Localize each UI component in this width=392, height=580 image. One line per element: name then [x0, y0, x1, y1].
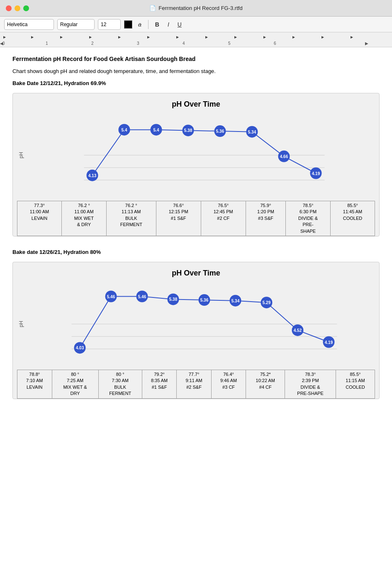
minimize-button[interactable] — [15, 5, 20, 11]
svg-text:▶: ▶ — [263, 35, 266, 39]
svg-text:▶: ▶ — [3, 35, 6, 39]
svg-text:5.4: 5.4 — [153, 128, 159, 132]
svg-text:5.34: 5.34 — [231, 299, 240, 303]
svg-text:◀: ◀ — [0, 41, 3, 46]
svg-text:4.19: 4.19 — [312, 171, 320, 176]
font-size-select[interactable]: 12 — [98, 19, 121, 30]
font-style-select[interactable]: Regular — [57, 19, 95, 30]
window-title: 📄 Ferrmentation pH Record FG-3.rtfd — [149, 5, 242, 11]
svg-text:▶: ▶ — [176, 35, 179, 39]
svg-text:▶: ▶ — [351, 35, 353, 39]
title-bar: 📄 Ferrmentation pH Record FG-3.rtfd — [0, 0, 392, 17]
svg-text:▶: ▶ — [321, 35, 324, 39]
svg-text:5.36: 5.36 — [200, 298, 209, 302]
table-cell: 78.5°6:30 PMDIVIDE &PRE-SHAPE — [286, 201, 331, 236]
maximize-button[interactable] — [23, 5, 29, 11]
svg-text:▶: ▶ — [31, 35, 34, 39]
chart2-ph-label: pH — [18, 321, 24, 327]
svg-text:4.13: 4.13 — [88, 173, 97, 178]
table-cell: 80 °7:30 AMBULKFERMENT — [98, 370, 142, 398]
bake1-label: Bake Date 12/12/21, Hydration 69.9% — [12, 80, 380, 86]
strikethrough-button[interactable]: a — [136, 20, 144, 29]
table-cell: 85.5°11:15 AMCOOLED — [336, 370, 375, 398]
svg-text:5.29: 5.29 — [263, 300, 271, 305]
svg-text:▶: ▶ — [89, 35, 92, 39]
svg-text:4.19: 4.19 — [325, 340, 333, 344]
table-cell: 76.2 °11:13 AMBULKFERMENT — [106, 201, 156, 236]
svg-text:4.52: 4.52 — [294, 328, 302, 333]
table-cell: 85.5°11:45 AMCOOLED — [331, 201, 375, 236]
underline-button[interactable]: U — [175, 20, 184, 29]
bold-button[interactable]: B — [153, 20, 162, 29]
svg-text:4.03: 4.03 — [76, 346, 84, 350]
chart1-table: 77.3°11:00 AMLEVAIN 76.2 °11:00 AMMIX WE… — [17, 201, 375, 236]
chart1-svg: 4.13 5.4 5.4 5.38 5.36 5.34 4.66 4.19 — [25, 114, 375, 197]
document-content: Ferrmentation pH Record for Food Geek Ar… — [0, 47, 392, 580]
svg-text:2: 2 — [91, 41, 94, 46]
table-cell: 76.6°12:15 PM#1 S&F — [156, 201, 201, 236]
bake2-label: Bake date 12/26/21, Hydration 80% — [12, 249, 380, 255]
svg-text:5.46: 5.46 — [138, 294, 146, 299]
color-swatch[interactable] — [124, 20, 132, 29]
svg-text:5.46: 5.46 — [107, 294, 115, 299]
chart2-area: pH 4.03 5.46 — [17, 283, 375, 366]
svg-text:4: 4 — [183, 41, 185, 46]
svg-text:1: 1 — [46, 41, 48, 46]
table-cell: 76.4°9:46 AM#3 CF — [211, 370, 246, 398]
svg-text:6: 6 — [274, 41, 276, 46]
chart1-container: pH Over Time pH 4.13 — [12, 93, 380, 236]
chart2-title: pH Over Time — [17, 269, 375, 278]
svg-text:3: 3 — [137, 41, 139, 46]
table-cell: 75.9°1:20 PM#3 S&F — [246, 201, 285, 236]
chart2-svg: 4.03 5.46 5.46 5.38 5.36 5.34 5.29 4.52 … — [25, 283, 375, 366]
table-cell: 75.2*10:22 AM#4 CF — [246, 370, 285, 398]
table-cell: 77.3°11:00 AMLEVAIN — [17, 201, 62, 236]
svg-text:5.38: 5.38 — [169, 297, 178, 302]
svg-text:▶: ▶ — [234, 35, 237, 39]
svg-text:▶: ▶ — [147, 35, 150, 39]
table-cell: 76.2 °11:00 AMMIX WET& DRY — [61, 201, 106, 236]
svg-text:4.66: 4.66 — [280, 154, 288, 159]
svg-text:5.34: 5.34 — [248, 130, 256, 134]
svg-text:5: 5 — [228, 41, 231, 46]
table-cell: 79.2°8:35 AM#1 S&F — [142, 370, 177, 398]
svg-text:▶: ▶ — [292, 35, 295, 39]
italic-button[interactable]: I — [165, 20, 172, 29]
toolbar: Helvetica Regular 12 a B I U — [0, 17, 392, 32]
document-icon: 📄 — [149, 5, 156, 11]
table-cell: 77.7°9:11 AM#2 S&F — [177, 370, 212, 398]
svg-text:5.38: 5.38 — [184, 128, 192, 133]
svg-text:5.4: 5.4 — [122, 128, 127, 132]
close-button[interactable] — [6, 5, 12, 11]
chart2-table: 78.8°7:10 AMLEVAIN 80 °7:25 AMMIX WET &D… — [17, 370, 375, 399]
chart1-title: pH Over Time — [17, 100, 375, 109]
svg-text:▶: ▶ — [118, 35, 121, 39]
font-name-select[interactable]: Helvetica — [4, 19, 54, 30]
svg-text:5.36: 5.36 — [216, 129, 224, 134]
svg-text:▶: ▶ — [205, 35, 208, 39]
svg-text:▶: ▶ — [60, 35, 63, 39]
ruler: ▶ ▶ ▶ ▶ ▶ ▶ ▶ ▶ ▶ ▶ ▶ ▶ ▶ 0 1 2 3 4 5 6 … — [0, 32, 392, 47]
document-subtitle: Chart shows dough pH and related dough t… — [12, 68, 380, 74]
svg-text:▶: ▶ — [365, 41, 368, 46]
chart2-container: pH Over Time pH 4.03 — [12, 262, 380, 399]
document-title: Ferrmentation pH Record for Food Geek Ar… — [12, 56, 380, 62]
table-cell: 78.3°2:39 PMDIVIDE &PRE-SHAPE — [285, 370, 336, 398]
table-cell: 80 °7:25 AMMIX WET &DRY — [52, 370, 98, 398]
table-cell: 78.8°7:10 AMLEVAIN — [17, 370, 52, 398]
table-cell: 76.5°12:45 PM#2 CF — [201, 201, 246, 236]
traffic-lights[interactable] — [6, 5, 29, 11]
toolbar-separator — [148, 20, 149, 29]
chart1-ph-label: pH — [18, 152, 24, 158]
chart1-area: pH 4.13 5.4 — [17, 114, 375, 197]
